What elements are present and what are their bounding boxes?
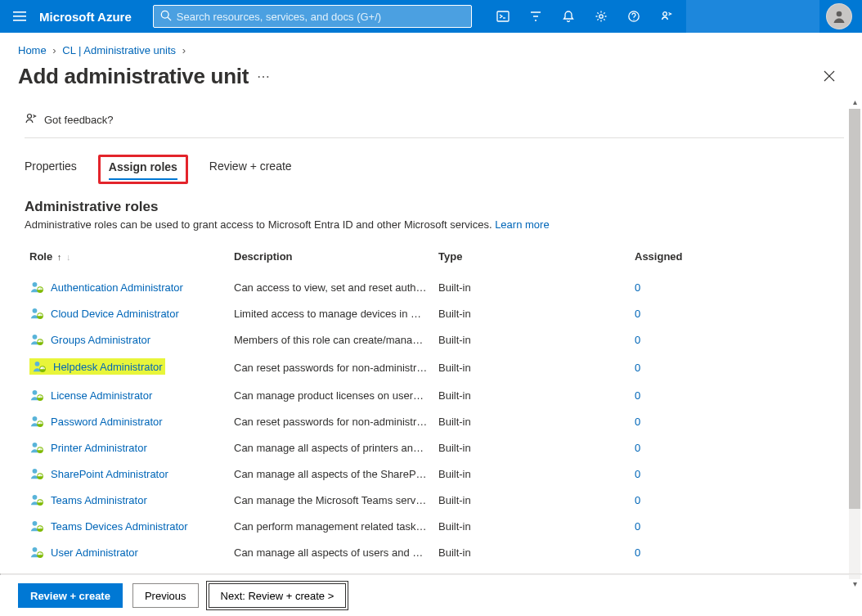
table-row[interactable]: Groups Administrator Members of this rol… <box>25 326 844 353</box>
role-icon <box>29 545 44 560</box>
table-row[interactable]: User Administrator Can manage all aspect… <box>25 539 844 565</box>
table-row[interactable]: Password Administrator Can reset passwor… <box>25 408 844 434</box>
table-row[interactable]: Teams Administrator Can manage the Micro… <box>25 487 844 513</box>
scrollbar-track[interactable] <box>849 109 860 579</box>
learn-more-link[interactable]: Learn more <box>495 218 549 231</box>
notifications-icon[interactable] <box>552 0 585 33</box>
role-name-link[interactable]: Helpdesk Administrator <box>53 361 163 373</box>
role-icon <box>29 414 44 429</box>
role-assigned-count[interactable]: 0 <box>635 468 640 480</box>
table-row[interactable]: Authentication Administrator Can access … <box>25 274 844 300</box>
role-icon <box>29 440 44 455</box>
role-name-link[interactable]: License Administrator <box>51 389 152 402</box>
sort-asc-icon: ↑ <box>57 252 62 262</box>
settings-icon[interactable] <box>585 0 617 33</box>
role-name-link[interactable]: Cloud Device Administrator <box>51 308 179 320</box>
role-type: Built-in <box>433 382 630 408</box>
role-name-link[interactable]: Password Administrator <box>51 416 163 428</box>
role-description: Limited access to manage devices in Mi… <box>229 300 433 326</box>
table-row[interactable]: License Administrator Can manage product… <box>25 382 844 408</box>
brand-label[interactable]: Microsoft Azure <box>39 10 153 24</box>
more-icon[interactable]: ⋯ <box>257 69 270 84</box>
role-assigned-count[interactable]: 0 <box>635 334 640 346</box>
chevron-right-icon: › <box>179 44 189 56</box>
svg-point-17 <box>33 308 38 313</box>
role-icon <box>29 519 44 533</box>
svg-point-23 <box>33 390 38 395</box>
column-description[interactable]: Description <box>229 242 433 274</box>
global-search[interactable] <box>153 5 472 28</box>
svg-point-21 <box>35 362 40 366</box>
feedback-person-icon <box>25 112 38 128</box>
hamburger-menu[interactable] <box>0 10 39 23</box>
svg-rect-0 <box>13 11 26 13</box>
role-name-link[interactable]: Teams Administrator <box>51 494 147 506</box>
svg-point-15 <box>33 282 38 287</box>
previous-button[interactable]: Previous <box>132 583 199 608</box>
role-assigned-count[interactable]: 0 <box>635 520 640 533</box>
feedback-icon[interactable] <box>650 0 683 33</box>
role-name-link[interactable]: User Administrator <box>51 546 138 559</box>
role-type: Built-in <box>433 300 630 326</box>
column-role[interactable]: Role ↑ ↓ <box>25 242 229 274</box>
svg-point-35 <box>33 547 38 552</box>
table-row[interactable]: SharePoint Administrator Can manage all … <box>25 461 844 487</box>
role-assigned-count[interactable]: 0 <box>635 281 640 294</box>
tab-properties[interactable]: Properties <box>25 160 77 184</box>
role-assigned-count[interactable]: 0 <box>635 442 640 454</box>
breadcrumb-parent[interactable]: CL | Administrative units <box>62 44 176 56</box>
role-type: Built-in <box>433 513 630 539</box>
role-type: Built-in <box>433 353 630 382</box>
azure-topbar: Microsoft Azure <box>0 0 862 33</box>
role-assigned-count[interactable]: 0 <box>635 546 640 559</box>
page-title-bar: Add administrative unit ⋯ <box>0 61 862 97</box>
tab-assign-roles[interactable]: Assign roles <box>109 160 177 180</box>
svg-point-3 <box>161 11 168 18</box>
svg-point-14 <box>28 115 32 119</box>
role-assigned-count[interactable]: 0 <box>635 308 640 320</box>
table-row[interactable]: Cloud Device Administrator Limited acces… <box>25 300 844 326</box>
cloud-shell-icon[interactable] <box>487 0 519 33</box>
account-avatar[interactable] <box>826 3 852 29</box>
breadcrumb-home[interactable]: Home <box>18 44 47 56</box>
scroll-up-icon[interactable]: ▴ <box>853 97 857 109</box>
role-description: Can reset passwords for non-administra… <box>229 353 433 382</box>
tab-review-create[interactable]: Review + create <box>209 160 292 184</box>
role-icon <box>29 466 44 481</box>
filter-icon[interactable] <box>519 0 552 33</box>
svg-rect-1 <box>13 16 26 17</box>
vertical-scrollbar[interactable]: ▴ ▾ <box>849 97 860 591</box>
role-assigned-count[interactable]: 0 <box>635 389 640 402</box>
help-icon[interactable] <box>617 0 650 33</box>
role-name-link[interactable]: Authentication Administrator <box>51 281 183 294</box>
role-assigned-count[interactable]: 0 <box>635 362 640 374</box>
role-name-link[interactable]: Printer Administrator <box>51 442 147 454</box>
svg-point-27 <box>33 443 38 447</box>
role-name-link[interactable]: SharePoint Administrator <box>51 468 168 480</box>
svg-point-33 <box>33 521 38 526</box>
tab-assign-roles-highlight: Assign roles <box>98 155 188 184</box>
role-assigned-count[interactable]: 0 <box>635 416 640 428</box>
role-name-link[interactable]: Groups Administrator <box>51 334 150 346</box>
column-assigned[interactable]: Assigned <box>630 242 844 274</box>
column-type[interactable]: Type <box>433 242 630 274</box>
role-type: Built-in <box>433 434 630 461</box>
search-input[interactable] <box>177 11 465 23</box>
table-row[interactable]: Helpdesk Administrator Can reset passwor… <box>25 353 844 382</box>
table-row[interactable]: Printer Administrator Can manage all asp… <box>25 434 844 461</box>
table-row[interactable]: Teams Devices Administrator Can perform … <box>25 513 844 539</box>
role-type: Built-in <box>433 539 630 565</box>
feedback-link[interactable]: Got feedback? <box>25 112 844 128</box>
role-name-link[interactable]: Teams Devices Administrator <box>51 520 188 533</box>
role-assigned-count[interactable]: 0 <box>635 494 640 506</box>
scrollbar-thumb[interactable] <box>849 109 860 509</box>
next-button[interactable]: Next: Review + create > <box>209 583 347 608</box>
review-create-button[interactable]: Review + create <box>18 583 123 608</box>
role-icon <box>32 359 47 374</box>
svg-rect-2 <box>13 20 26 21</box>
role-description: Can manage the Microsoft Teams service. <box>229 487 433 513</box>
svg-point-29 <box>33 469 38 474</box>
role-icon <box>29 492 44 507</box>
svg-line-4 <box>168 17 171 20</box>
close-blade-button[interactable] <box>819 61 839 91</box>
